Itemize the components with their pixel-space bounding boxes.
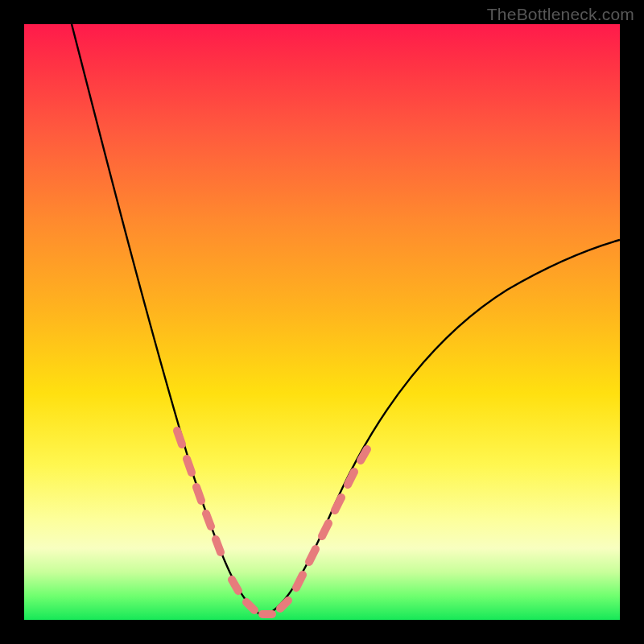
plot-frame — [24, 24, 620, 620]
svg-line-10 — [309, 549, 316, 562]
svg-line-8 — [280, 601, 288, 609]
svg-line-9 — [296, 575, 303, 588]
svg-line-2 — [196, 487, 201, 501]
svg-line-0 — [177, 431, 182, 444]
svg-line-5 — [232, 580, 238, 591]
svg-line-1 — [187, 459, 192, 473]
svg-line-4 — [216, 539, 221, 552]
watermark-text: TheBottleneck.com — [487, 5, 634, 24]
curve-layer — [24, 24, 620, 620]
svg-line-14 — [361, 449, 367, 460]
svg-line-3 — [206, 514, 211, 526]
chart-canvas: TheBottleneck.com — [0, 0, 644, 644]
svg-line-11 — [322, 523, 328, 536]
svg-line-6 — [246, 602, 254, 610]
svg-line-12 — [335, 497, 341, 510]
bottleneck-curve — [72, 24, 620, 616]
highlight-dots — [177, 431, 367, 614]
